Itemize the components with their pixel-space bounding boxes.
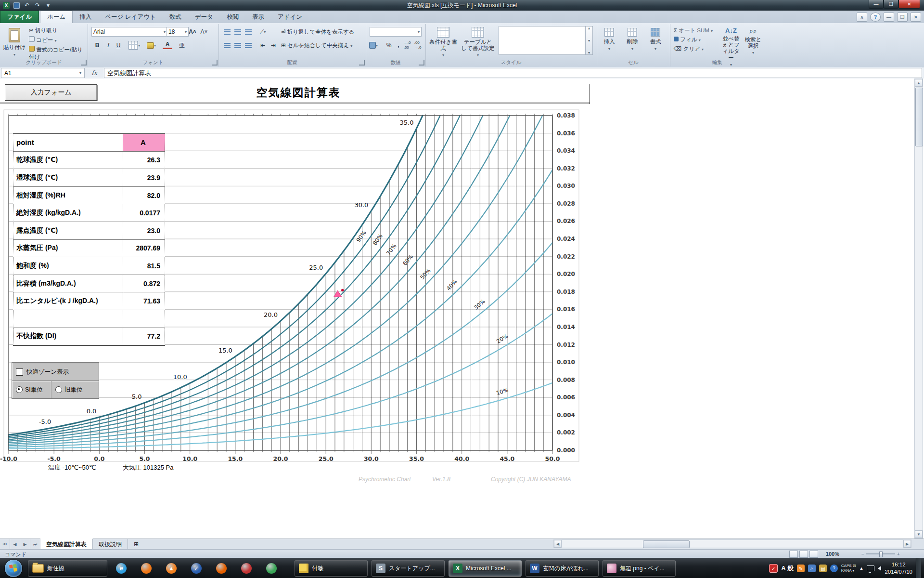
minimize-button[interactable]: —: [869, 0, 884, 9]
scroll-left-icon[interactable]: ◀: [554, 540, 562, 548]
vertical-scroll-thumb[interactable]: [915, 88, 923, 146]
bold-button[interactable]: B: [92, 40, 102, 50]
number-format-combo[interactable]: ▾: [370, 27, 422, 37]
next-sheet-icon[interactable]: ▶: [20, 539, 30, 550]
scroll-up-icon[interactable]: ▲: [915, 79, 923, 87]
ime-mode-indicator[interactable]: A 般: [781, 564, 794, 573]
comfort-zone-control[interactable]: 快適ゾーン表示: [12, 362, 99, 381]
format-painter-button[interactable]: 書式のコピー/貼り付け: [29, 46, 88, 61]
ribbon-tab-6[interactable]: 校閲: [220, 11, 245, 23]
show-hidden-icons[interactable]: ▲: [860, 566, 864, 571]
scroll-down-icon[interactable]: ▼: [915, 530, 923, 538]
insert-cells-button[interactable]: 挿入▾: [599, 26, 620, 51]
accounting-format-icon[interactable]: ▾: [369, 40, 378, 50]
page-layout-view-icon[interactable]: [799, 551, 808, 558]
taskbar-window-0[interactable]: 付箋: [295, 560, 368, 577]
name-box[interactable]: A1▾: [1, 68, 85, 78]
table-row-value-9[interactable]: [123, 310, 165, 328]
horizontal-scroll-thumb[interactable]: [643, 540, 690, 548]
gallery-scroll[interactable]: ▲▼▼: [585, 26, 593, 55]
prev-sheet-icon[interactable]: ◀: [10, 539, 20, 550]
zoom-thumb[interactable]: [879, 552, 883, 557]
ribbon-tab-7[interactable]: 表示: [245, 11, 271, 23]
align-top-icon[interactable]: [222, 27, 232, 37]
workbook-close-icon[interactable]: ✕: [911, 13, 921, 22]
table-row-value-2[interactable]: 82.0: [123, 187, 165, 205]
maximize-button[interactable]: ❐: [884, 0, 898, 9]
vertical-scrollbar[interactable]: ▲ ▼: [914, 79, 923, 539]
orange-app-icon[interactable]: [140, 562, 153, 575]
taskbar-window-4[interactable]: 無題.png - ペイ...: [603, 560, 676, 577]
ime-help-icon[interactable]: ?: [830, 565, 838, 572]
normal-view-icon[interactable]: [789, 551, 798, 558]
taskbar-folder-button[interactable]: 新住協: [28, 560, 107, 577]
font-size-combo[interactable]: 18▾: [167, 27, 189, 37]
italic-button[interactable]: I: [103, 40, 113, 50]
ribbon-tab-file[interactable]: ファイル: [0, 11, 39, 23]
workbook-minimize-icon[interactable]: —: [884, 13, 894, 22]
sheet-tab-0[interactable]: 空気線図計算表: [40, 539, 93, 550]
comfort-zone-checkbox[interactable]: [16, 368, 23, 376]
taskbar-window-3[interactable]: W玄関の床が濡れ...: [526, 560, 599, 577]
zoom-level[interactable]: 100%: [826, 551, 839, 557]
alignment-dialog-launcher[interactable]: [359, 60, 365, 66]
help-icon[interactable]: ?: [870, 13, 881, 22]
delete-cells-button[interactable]: 削除▾: [622, 26, 643, 51]
blue-check-icon[interactable]: ✓: [190, 562, 203, 575]
security-tray-icon[interactable]: ✓: [769, 564, 778, 573]
fill-color-icon[interactable]: ▾: [146, 40, 156, 50]
decrease-decimal-icon[interactable]: .00→.0: [413, 40, 423, 50]
table-row-value-7[interactable]: 0.872: [123, 275, 165, 293]
ribbon-tab-4[interactable]: 数式: [163, 11, 188, 23]
align-left-icon[interactable]: [222, 40, 232, 50]
scroll-right-icon[interactable]: ▶: [903, 540, 911, 548]
align-right-icon[interactable]: [244, 40, 253, 50]
conditional-formatting-button[interactable]: 条件付き書式▾: [428, 25, 458, 57]
number-dialog-launcher[interactable]: [419, 60, 424, 66]
ime-toolbox-icon[interactable]: ▤: [819, 565, 827, 572]
si-unit-control[interactable]: SI単位: [12, 381, 56, 399]
cut-button[interactable]: ✂ 切り取り: [29, 27, 88, 34]
table-row-value-4[interactable]: 23.0: [123, 222, 165, 240]
grow-font-icon[interactable]: A˄: [188, 27, 197, 37]
shrink-font-icon[interactable]: A˅: [199, 27, 209, 37]
align-center-icon[interactable]: [233, 40, 243, 50]
start-button[interactable]: [5, 560, 22, 577]
sheet-tab-1[interactable]: 取扱説明: [93, 539, 128, 550]
workbook-restore-icon[interactable]: ❐: [897, 13, 908, 22]
table-row-value-0[interactable]: 26.3: [123, 152, 165, 170]
underline-button[interactable]: U: [114, 40, 123, 50]
autosum-button[interactable]: Σ オート SUM ▾: [674, 27, 713, 34]
clipboard-dialog-launcher[interactable]: [81, 60, 87, 66]
decrease-indent-icon[interactable]: ⇤: [258, 40, 268, 50]
tray-clock[interactable]: 16:122014/07/10: [885, 561, 912, 576]
table-row-value-1[interactable]: 23.9: [123, 169, 165, 187]
taskbar-window-2[interactable]: XMicrosoft Excel ...: [449, 560, 522, 577]
phonetic-guide-icon[interactable]: 亜: [177, 40, 187, 50]
table-row-value-10[interactable]: 77.2: [123, 328, 165, 346]
comma-style-icon[interactable]: ,: [394, 40, 403, 50]
cell-styles-gallery[interactable]: [499, 26, 585, 55]
wrap-text-button[interactable]: ⏎ 折り返して全体を表示する: [281, 28, 354, 36]
align-middle-icon[interactable]: [233, 27, 243, 37]
ribbon-tab-1[interactable]: ホーム: [40, 11, 73, 24]
font-name-combo[interactable]: Arial▾: [91, 27, 167, 37]
borders-icon[interactable]: ▾: [128, 40, 141, 50]
formula-input[interactable]: 空気線図計算表: [104, 68, 922, 78]
firefox-icon[interactable]: [215, 562, 228, 575]
find-select-button[interactable]: ⌕⌕ 検索と選択▾: [743, 25, 763, 55]
increase-decimal-icon[interactable]: ←.0.00: [402, 40, 412, 50]
ribbon-tab-5[interactable]: データ: [188, 11, 220, 23]
ime-dictionary-icon[interactable]: ⌕: [808, 565, 816, 572]
first-sheet-icon[interactable]: ⏮: [0, 539, 10, 550]
fill-button[interactable]: フィル ▾: [674, 36, 713, 43]
insert-sheet-icon[interactable]: ⊞: [128, 539, 144, 550]
paste-button[interactable]: 貼り付け▾: [3, 26, 26, 57]
old-unit-radio[interactable]: [55, 386, 62, 393]
table-row-value-5[interactable]: 2807.69: [123, 240, 165, 258]
view-shortcuts[interactable]: [789, 551, 818, 558]
zoom-in-icon[interactable]: +: [897, 552, 900, 557]
zoom-out-icon[interactable]: −: [861, 552, 864, 557]
copy-button[interactable]: コピー ▾: [29, 36, 88, 44]
table-row-value-6[interactable]: 81.5: [123, 257, 165, 275]
